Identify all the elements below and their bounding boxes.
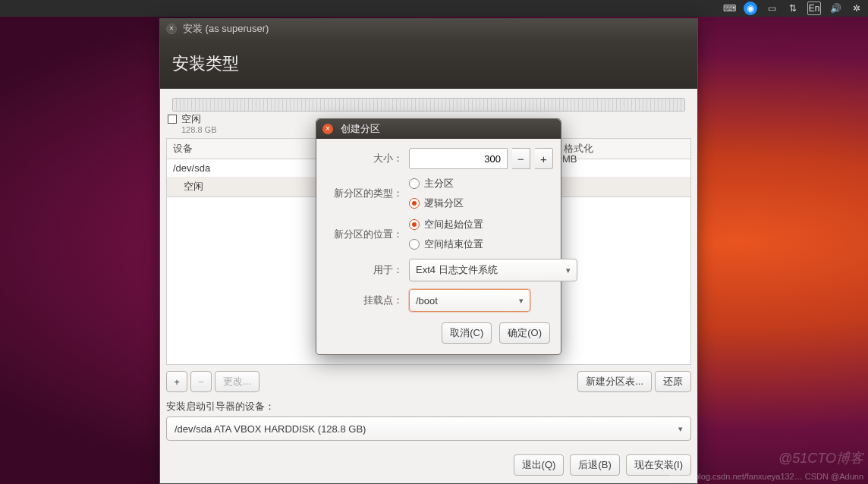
close-icon[interactable]: ×: [166, 24, 177, 34]
create-partition-dialog: × 创建分区 大小： − + MB 新分区的类型： 主分区 逻辑分区 新分区的位…: [316, 118, 561, 355]
size-decrement-button[interactable]: −: [512, 148, 530, 169]
network-icon[interactable]: ⇅: [786, 2, 800, 15]
free-space-swatch: [168, 115, 177, 124]
size-unit: MB: [562, 153, 577, 165]
quit-button[interactable]: 退出(Q): [514, 454, 565, 476]
radio-location-end-label: 空间结束位置: [424, 237, 483, 251]
partition-location-label: 新分区的位置：: [327, 228, 403, 241]
mount-point-value: /boot: [416, 295, 438, 306]
partition-size-strip[interactable]: [172, 98, 685, 112]
radio-primary[interactable]: 主分区: [409, 177, 577, 190]
size-label: 大小：: [327, 152, 403, 165]
cell-format: [558, 159, 691, 177]
radio-primary-label: 主分区: [424, 177, 454, 190]
bootloader-device-combo[interactable]: /dev/sda ATA VBOX HARDDISK (128.8 GB): [166, 416, 691, 441]
radio-dot: [409, 178, 420, 189]
back-button[interactable]: 后退(B): [570, 454, 619, 476]
radio-dot: [409, 219, 420, 230]
radio-logical[interactable]: 逻辑分区: [409, 196, 577, 210]
new-partition-table-button[interactable]: 新建分区表...: [577, 371, 652, 392]
col-format[interactable]: 格式化: [558, 138, 691, 159]
keyboard-icon[interactable]: ⌨: [722, 2, 736, 15]
radio-dot: [409, 198, 420, 209]
volume-icon[interactable]: 🔊: [829, 2, 842, 15]
radio-logical-label: 逻辑分区: [424, 196, 464, 210]
cancel-button[interactable]: 取消(C): [442, 322, 492, 344]
add-partition-button[interactable]: +: [166, 371, 187, 392]
dialog-titlebar[interactable]: × 创建分区: [316, 119, 561, 139]
revert-button[interactable]: 还原: [655, 371, 691, 392]
input-language-indicator[interactable]: En: [807, 2, 821, 15]
close-icon[interactable]: ×: [322, 124, 333, 134]
accessibility-icon[interactable]: ◉: [744, 2, 757, 15]
radio-location-begin[interactable]: 空间起始位置: [409, 218, 577, 231]
filesystem-value: Ext4 日志文件系统: [416, 263, 498, 277]
bootloader-label: 安装启动引导器的设备：: [166, 400, 691, 413]
col-device[interactable]: 设备: [167, 138, 325, 159]
free-space-label: 空闲: [181, 113, 216, 125]
window-titlebar[interactable]: × 安装 (as superuser): [160, 19, 697, 39]
mount-point-label: 挂载点：: [327, 294, 403, 307]
change-partition-button[interactable]: 更改...: [215, 371, 259, 392]
size-increment-button[interactable]: +: [535, 148, 553, 169]
partition-toolbar: + − 更改... 新建分区表... 还原: [166, 371, 691, 392]
partition-type-label: 新分区的类型：: [327, 187, 403, 200]
use-as-label: 用于：: [327, 263, 403, 277]
ok-button[interactable]: 确定(O): [499, 322, 550, 344]
remove-partition-button[interactable]: −: [190, 371, 212, 392]
watermark: @51CTO博客: [778, 449, 863, 467]
radio-dot: [409, 239, 420, 250]
filesystem-combo[interactable]: Ext4 日志文件系统: [409, 259, 577, 281]
cell-format: [558, 177, 691, 197]
mount-point-combo[interactable]: /boot: [409, 289, 530, 312]
window-title: 安装 (as superuser): [183, 22, 269, 36]
system-gear-icon[interactable]: ✲: [850, 2, 863, 15]
radio-location-end[interactable]: 空间结束位置: [409, 237, 577, 251]
cell-device: /dev/sda: [167, 159, 325, 177]
page-title: 安装类型: [160, 39, 697, 89]
watermark: https://blog.csdn.net/fanxueya132… CSDN …: [669, 472, 863, 481]
free-space-size: 128.8 GB: [181, 125, 216, 135]
dialog-title: 创建分区: [341, 122, 380, 136]
size-input[interactable]: [409, 148, 508, 169]
battery-icon[interactable]: ▭: [765, 2, 778, 15]
bootloader-device-value: /dev/sda ATA VBOX HARDDISK (128.8 GB): [175, 423, 366, 435]
wizard-footer: 退出(Q) 后退(B) 现在安装(I): [160, 447, 697, 483]
cell-device: 空闲: [167, 177, 325, 197]
system-menubar: ⌨ ◉ ▭ ⇅ En 🔊 ✲: [0, 0, 868, 17]
radio-location-begin-label: 空间起始位置: [424, 218, 483, 231]
